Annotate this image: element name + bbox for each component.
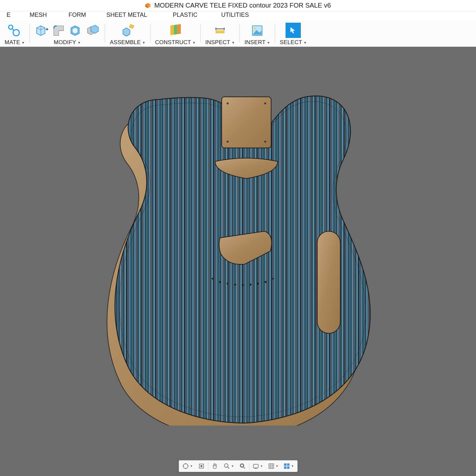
toolgroup-inspect-label[interactable]: INSPECT▼ [205, 39, 235, 46]
svg-point-40 [185, 468, 186, 469]
document-title: MODERN CARVE TELE FIXED contour 2023 FOR… [154, 2, 331, 9]
toolgroup-assemble: ASSEMBLE▼ [105, 20, 150, 46]
svg-rect-51 [284, 466, 286, 469]
svg-rect-6 [171, 25, 174, 35]
toolgroup-assemble-label[interactable]: ASSEMBLE▼ [110, 39, 145, 46]
toolgroup-modify-label[interactable]: MODIFY▼ [54, 39, 81, 46]
svg-rect-9 [216, 31, 224, 33]
svg-rect-23 [222, 97, 271, 148]
titlebar: MODERN CARVE TELE FIXED contour 2023 FOR… [0, 0, 476, 11]
zoom-button[interactable]: ▼ [221, 462, 236, 471]
construct-icon[interactable] [168, 23, 182, 38]
grid-settings-button[interactable]: ▼ [266, 462, 280, 471]
assemble-icon[interactable] [121, 23, 135, 38]
svg-point-32 [249, 284, 251, 286]
svg-point-11 [254, 28, 256, 30]
svg-point-31 [242, 284, 244, 286]
svg-point-24 [227, 102, 229, 104]
svg-point-35 [211, 278, 213, 280]
shell-icon[interactable] [69, 23, 83, 38]
toolgroup-inspect: INSPECT▼ [201, 20, 239, 46]
toolgroup-mate: MATE▼ [0, 20, 29, 46]
combine-icon[interactable] [86, 23, 100, 38]
tab-utilities[interactable]: UTILITIES [216, 11, 253, 20]
tab-form[interactable]: FORM [64, 11, 91, 20]
model-viewport[interactable]: ▼ ▼ ▼ ▼ ▼ [0, 47, 476, 476]
svg-rect-50 [287, 463, 289, 466]
svg-point-36 [272, 278, 274, 280]
display-settings-button[interactable]: ▼ [250, 462, 265, 471]
pan-button[interactable] [209, 462, 220, 471]
tab-partial-left[interactable]: E [2, 11, 15, 20]
svg-rect-52 [287, 466, 289, 469]
svg-rect-47 [253, 464, 258, 468]
svg-point-29 [227, 283, 229, 285]
svg-point-25 [264, 102, 266, 104]
ribbon-toolbar: MATE▼ MODIFY▼ ASSEMBLE▼ [0, 20, 476, 47]
svg-point-33 [257, 283, 259, 285]
tab-sheet-metal[interactable]: SHEET METAL [102, 11, 152, 20]
orbit-button[interactable]: ▼ [180, 462, 195, 471]
svg-point-26 [227, 141, 229, 143]
svg-point-30 [234, 284, 236, 286]
svg-point-28 [219, 281, 221, 283]
neck-pocket [222, 97, 271, 148]
workspace-tabs: E MESH FORM SHEET METAL PLASTIC UTILITIE… [0, 11, 476, 20]
svg-rect-49 [284, 463, 286, 466]
svg-point-44 [224, 464, 228, 467]
svg-point-27 [264, 141, 266, 143]
svg-point-41 [183, 466, 184, 467]
svg-rect-46 [241, 464, 243, 467]
press-pull-icon[interactable] [34, 23, 49, 38]
svg-rect-48 [269, 464, 274, 469]
nav-divider [249, 462, 249, 470]
inspect-icon[interactable] [213, 23, 227, 38]
svg-rect-7 [174, 24, 178, 35]
tab-plastic[interactable]: PLASTIC [168, 11, 202, 20]
automate-icon[interactable] [8, 23, 22, 38]
svg-marker-5 [129, 24, 134, 29]
toolgroup-select-label[interactable]: SELECT▼ [280, 39, 307, 46]
fit-button[interactable] [237, 462, 248, 471]
look-at-button[interactable] [196, 462, 207, 471]
svg-point-34 [265, 281, 266, 283]
svg-point-37 [183, 464, 188, 469]
toolgroup-modify: MODIFY▼ [30, 20, 105, 46]
toolgroup-select: SELECT▼ [275, 20, 311, 46]
toolgroup-construct-label[interactable]: CONSTRUCT▼ [155, 39, 196, 46]
file-cube-icon [145, 3, 151, 9]
insert-icon[interactable] [250, 23, 265, 38]
svg-point-39 [187, 466, 188, 467]
fillet-icon[interactable] [51, 23, 66, 38]
select-button-active[interactable] [286, 23, 301, 38]
svg-rect-8 [178, 24, 181, 34]
view-nav-bar: ▼ ▼ ▼ ▼ ▼ [179, 460, 297, 472]
svg-rect-43 [200, 465, 202, 467]
telecaster-body [90, 80, 386, 426]
svg-point-38 [185, 463, 186, 464]
nav-divider [208, 462, 208, 470]
viewports-button[interactable]: ▼ [281, 462, 296, 471]
toolgroup-mate-label[interactable]: MATE▼ [5, 39, 25, 46]
toolgroup-construct: CONSTRUCT▼ [151, 20, 201, 46]
toolgroup-insert: INSERT▼ [240, 20, 275, 46]
tab-mesh[interactable]: MESH [25, 11, 51, 20]
toolgroup-insert-label[interactable]: INSERT▼ [244, 39, 270, 46]
control-cavity [317, 231, 340, 333]
